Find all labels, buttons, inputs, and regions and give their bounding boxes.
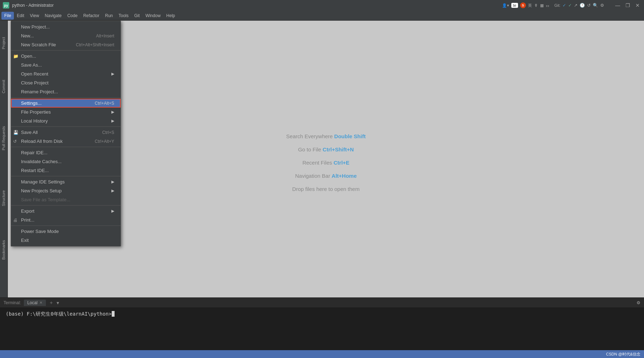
printer-icon: 🖨 <box>13 218 17 223</box>
git-label: Git: <box>554 3 560 7</box>
app-icon: py <box>3 2 9 9</box>
terminal-area: (base) F:\研究生0年级\learnAI\python> <box>0 307 644 350</box>
menu-item-save-all[interactable]: 💾 Save All Ctrl+S <box>11 128 121 137</box>
menu-item-file-properties[interactable]: File Properties ▶ <box>11 108 121 116</box>
menu-item-open[interactable]: 📁 Open... <box>11 52 121 61</box>
menu-help[interactable]: Help <box>163 12 178 20</box>
hint-navigation-bar: Navigation Bar Alt+Home <box>295 173 357 179</box>
sidebar-project[interactable]: Project <box>0 35 7 51</box>
sidebar-bookmarks[interactable]: Bookmarks <box>0 238 7 262</box>
menu-item-close-project[interactable]: Close Project <box>11 78 121 87</box>
git-check2-icon[interactable]: ✓ <box>568 3 572 8</box>
menu-run[interactable]: Run <box>102 12 116 20</box>
menu-item-print[interactable]: 🖨 Print... <box>11 216 121 224</box>
menu-window[interactable]: Window <box>143 12 164 20</box>
hint-search-everywhere: Search Everywhere Double Shift <box>286 133 365 139</box>
grid-icon: ▦ <box>540 3 544 8</box>
hint-go-to-file: Go to File Ctrl+Shift+N <box>298 146 354 152</box>
separator-4 <box>11 147 121 147</box>
menu-item-save-as[interactable]: Save As... <box>11 61 121 69</box>
arrow-icon: ▶ <box>111 119 114 123</box>
menu-refactor[interactable]: Refactor <box>80 12 102 20</box>
menu-item-power-save-mode[interactable]: Power Save Mode <box>11 227 121 236</box>
sidebar-pull-requests[interactable]: Pull Requests <box>0 124 7 152</box>
menu-item-new[interactable]: New... Alt+Insert <box>11 31 121 40</box>
title-bar-left: py python - Administrator <box>3 2 54 9</box>
menu-item-manage-ide[interactable]: Manage IDE Settings ▶ <box>11 177 121 186</box>
menu-item-reload-disk[interactable]: ↺ Reload All from Disk Ctrl+Alt+Y <box>11 137 121 146</box>
minimize-button[interactable]: — <box>614 2 621 8</box>
menu-tools[interactable]: Tools <box>116 12 131 20</box>
hint-drop-files: Drop files here to open them <box>292 186 359 192</box>
status-bar-right: CSDN @时代&信念 <box>606 352 640 357</box>
terminal-add-button[interactable]: ＋ <box>49 300 54 306</box>
folder-icon: 📁 <box>13 54 19 59</box>
menu-item-settings[interactable]: Settings... Ctrl+Alt+S <box>11 99 121 108</box>
git-check-icon[interactable]: ✓ <box>563 3 566 8</box>
menu-item-exit[interactable]: Exit <box>11 236 121 245</box>
menu-edit[interactable]: Edit <box>14 12 27 20</box>
maximize-button[interactable]: ❐ <box>624 2 631 8</box>
reload-icon: ↺ <box>13 139 17 144</box>
terminal-prompt: (base) F:\研究生0年级\learnAI\python> <box>6 311 112 317</box>
arrow-icon: ▶ <box>111 110 114 114</box>
arrow-icon: ▶ <box>111 72 114 76</box>
lang-icon: 英 <box>528 3 532 8</box>
menu-item-local-history[interactable]: Local History ▶ <box>11 116 121 125</box>
menu-item-save-file-template: Save File as Template... <box>11 195 121 204</box>
menu-item-export[interactable]: Export ▶ <box>11 207 121 216</box>
menu-item-new-scratch[interactable]: New Scratch File Ctrl+Alt+Shift+Insert <box>11 40 121 49</box>
hint-recent-files: Recent Files Ctrl+E <box>302 160 349 166</box>
menu-item-new-projects-setup[interactable]: New Projects Setup ▶ <box>11 186 121 195</box>
sougou-icon: S <box>520 2 526 8</box>
terminal-more-button[interactable]: ▾ <box>57 300 59 306</box>
gear-toolbar-icon[interactable]: ⚙ <box>600 3 604 8</box>
arrow-icon: ▶ <box>111 188 114 193</box>
terminal-settings-icon[interactable]: ⚙ <box>637 300 640 305</box>
terminal-label: Terminal: <box>4 300 21 305</box>
menu-item-restart-ide[interactable]: Restart IDE... <box>11 166 121 175</box>
terminal-bar: Terminal: Local ✕ ＋ ▾ ⚙ <box>0 297 644 307</box>
separator-7 <box>11 225 121 226</box>
separator-2 <box>11 97 121 98</box>
terminal-cursor <box>112 311 115 317</box>
status-bar: CSDN @时代&信念 <box>0 350 644 358</box>
terminal-tab-close[interactable]: ✕ <box>39 301 42 305</box>
git-refresh-icon[interactable]: ↺ <box>587 3 591 8</box>
toolbar-icon-1[interactable]: 👤▾ <box>502 3 509 8</box>
menu-file[interactable]: File <box>1 12 14 20</box>
save-icon: 💾 <box>13 130 19 135</box>
window-title: python - Administrator <box>12 3 54 8</box>
menu-item-new-project[interactable]: New Project... <box>11 22 121 31</box>
git-push-icon[interactable]: ↗ <box>574 3 577 8</box>
menu-item-repair-ide[interactable]: Repair IDE... <box>11 148 121 157</box>
menu-item-open-recent[interactable]: Open Recent ▶ <box>11 69 121 78</box>
menu-navigate[interactable]: Navigate <box>42 12 64 20</box>
file-menu-dropdown: New Project... New... Alt+Insert New Scr… <box>11 21 121 247</box>
separator-1 <box>11 50 121 51</box>
title-bar: py python - Administrator 👤▾ te S 英 🎙 ▦ … <box>0 0 644 11</box>
search-toolbar-icon[interactable]: 🔍 <box>593 3 598 8</box>
menu-item-invalidate-caches[interactable]: Invalidate Caches... <box>11 157 121 166</box>
close-button[interactable]: ✕ <box>634 2 641 8</box>
menu-item-rename-project[interactable]: Rename Project... <box>11 87 121 96</box>
title-bar-controls: 👤▾ te S 英 🎙 ▦ ⚏ Git: ✓ ✓ ↗ 🕐 ↺ 🔍 ⚙ — ❐ ✕ <box>502 2 641 8</box>
menu-git[interactable]: Git <box>131 12 142 20</box>
sidebar-structure[interactable]: Structure <box>0 188 7 208</box>
menu-view[interactable]: View <box>27 12 42 20</box>
menu-bar: File Edit View Navigate Code Refactor Ru… <box>0 11 644 21</box>
sidebar-commit[interactable]: Commit <box>0 78 7 95</box>
menu-code[interactable]: Code <box>64 12 80 20</box>
arrow-icon: ▶ <box>111 180 114 184</box>
separator-6 <box>11 205 121 206</box>
arrow-icon: ▶ <box>111 209 114 213</box>
status-bar-right-text: CSDN @时代&信念 <box>606 352 640 357</box>
separator-3 <box>11 126 121 127</box>
terminal-tab-name: Local <box>27 300 38 305</box>
vertical-sidebar: Project Commit Pull Requests Structure B… <box>0 21 8 305</box>
mic-icon: 🎙 <box>534 3 538 7</box>
terminal-tab-local[interactable]: Local ✕ <box>24 300 46 306</box>
git-clock-icon[interactable]: 🕐 <box>580 3 585 8</box>
apps-icon: ⚏ <box>546 3 549 8</box>
terminal-section: Terminal: Local ✕ ＋ ▾ ⚙ (base) F:\研究生0年级… <box>0 297 644 350</box>
